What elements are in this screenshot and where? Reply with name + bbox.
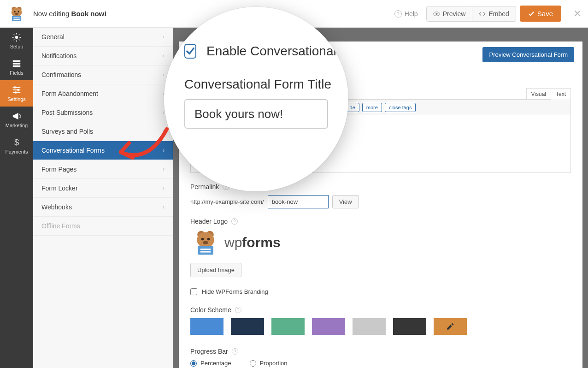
- upload-image-button[interactable]: Upload Image: [190, 263, 241, 277]
- hide-branding-checkbox[interactable]: [190, 288, 197, 295]
- megaphone-icon: [12, 111, 22, 121]
- hide-branding-label: Hide WPForms Branding: [202, 288, 268, 295]
- help-icon: ?: [394, 10, 402, 18]
- svg-point-5: [15, 12, 18, 15]
- color-swatches: [190, 318, 571, 335]
- svg-rect-12: [13, 60, 21, 62]
- check-icon: [185, 46, 195, 56]
- settings-form-abandonment[interactable]: Form Abandonment›: [33, 84, 173, 103]
- svg-rect-26: [200, 249, 211, 250]
- sliders-icon: [12, 85, 22, 95]
- settings-conversational-forms[interactable]: Conversational Forms›: [33, 141, 173, 160]
- chevron-right-icon: ›: [163, 34, 165, 40]
- svg-text:$: $: [14, 137, 19, 147]
- settings-webhooks[interactable]: Webhooks›: [33, 198, 173, 217]
- tab-text[interactable]: Text: [551, 88, 571, 100]
- help-icon[interactable]: ?: [235, 307, 241, 313]
- rail-setup[interactable]: Setup: [0, 28, 33, 54]
- rail-fields[interactable]: Fields: [0, 54, 33, 80]
- eyedropper-icon: [446, 322, 454, 331]
- swatch-grey[interactable]: [353, 318, 386, 335]
- svg-point-3: [14, 11, 15, 12]
- color-scheme-label: Color Scheme: [190, 306, 231, 314]
- embed-button[interactable]: Embed: [472, 6, 515, 21]
- swatch-navy[interactable]: [231, 318, 264, 335]
- conversational-title-label: Conversational Form Title: [184, 77, 328, 92]
- help-link[interactable]: ? Help: [394, 10, 418, 18]
- svg-rect-25: [198, 246, 213, 255]
- settings-form-locker[interactable]: Form Locker›: [33, 179, 173, 198]
- svg-point-22: [201, 238, 204, 241]
- brand-text: wpforms: [224, 235, 281, 250]
- conversational-title-input[interactable]: Book yours now!: [184, 99, 328, 129]
- preview-embed-group: Preview Embed: [426, 6, 516, 22]
- progress-proportion[interactable]: Proportion: [250, 360, 288, 367]
- check-icon: [528, 11, 535, 17]
- swatch-custom[interactable]: [434, 318, 467, 335]
- chevron-right-icon: ›: [163, 166, 165, 172]
- tab-visual[interactable]: Visual: [526, 88, 551, 100]
- view-button[interactable]: View: [332, 195, 359, 208]
- svg-point-4: [18, 11, 19, 12]
- magnifier-overlay: Enable Conversational Conversational For…: [164, 7, 348, 191]
- embed-icon: [479, 11, 486, 17]
- svg-point-2: [12, 7, 22, 17]
- header-logo-label: Header Logo: [190, 218, 228, 225]
- settings-post-submissions[interactable]: Post Submissions›: [33, 103, 173, 122]
- permalink-input[interactable]: [268, 195, 329, 208]
- chevron-right-icon: ›: [163, 185, 165, 191]
- bear-icon: [190, 229, 221, 256]
- settings-confirmations[interactable]: Confirmations›: [33, 65, 173, 84]
- chevron-right-icon: ›: [163, 53, 165, 59]
- chevron-right-icon: ›: [163, 204, 165, 210]
- preview-conversational-button[interactable]: Preview Conversational Form: [482, 47, 574, 62]
- help-icon[interactable]: ?: [232, 348, 238, 355]
- settings-form-pages[interactable]: Form Pages›: [33, 160, 173, 179]
- settings-panel: General› Notifications› Confirmations› F…: [33, 28, 173, 368]
- enable-conversational-checkbox[interactable]: [184, 44, 196, 59]
- settings-general[interactable]: General›: [33, 28, 173, 47]
- svg-rect-27: [200, 251, 211, 253]
- save-button[interactable]: Save: [520, 6, 561, 22]
- settings-surveys-polls[interactable]: Surveys and Polls›: [33, 122, 173, 141]
- chevron-right-icon: ›: [163, 109, 165, 116]
- gear-icon: [12, 32, 22, 42]
- svg-rect-6: [12, 16, 21, 21]
- svg-point-11: [15, 36, 18, 39]
- editor-btn-closetags[interactable]: close tags: [385, 103, 416, 112]
- now-editing-title: Now editing Book now!: [33, 10, 394, 18]
- chevron-right-icon: ›: [163, 71, 165, 78]
- swatch-green[interactable]: [271, 318, 305, 335]
- close-button[interactable]: ✕: [573, 8, 582, 20]
- progress-percentage[interactable]: Percentage: [190, 360, 231, 367]
- preview-button[interactable]: Preview: [427, 6, 472, 21]
- progress-bar-label: Progress Bar: [190, 348, 228, 355]
- permalink-prefix: http://my-example-site.com/: [190, 198, 264, 205]
- swatch-dark[interactable]: [393, 318, 426, 335]
- eye-icon: [433, 11, 440, 17]
- swatch-blue[interactable]: [190, 318, 223, 335]
- svg-point-21: [197, 232, 214, 248]
- help-icon[interactable]: ?: [231, 218, 238, 225]
- chevron-right-icon: ›: [163, 128, 165, 135]
- svg-point-24: [203, 241, 208, 244]
- settings-notifications[interactable]: Notifications›: [33, 47, 173, 65]
- svg-rect-14: [13, 65, 21, 67]
- svg-rect-13: [13, 63, 21, 65]
- svg-point-23: [207, 238, 210, 241]
- svg-point-16: [17, 89, 19, 91]
- settings-offline-forms[interactable]: Offline Forms: [33, 217, 173, 236]
- dollar-icon: $: [12, 137, 22, 148]
- rail-marketing[interactable]: Marketing: [0, 107, 33, 133]
- rail-payments[interactable]: $ Payments: [0, 133, 33, 159]
- fields-icon: [12, 59, 22, 69]
- editor-btn-more[interactable]: more: [362, 103, 382, 112]
- chevron-right-icon: ›: [163, 147, 165, 154]
- left-rail: Setup Fields Settings Marketing $ Paymen…: [0, 28, 33, 368]
- bear-icon: [8, 6, 25, 22]
- svg-point-15: [14, 86, 16, 89]
- svg-point-10: [435, 12, 437, 14]
- swatch-purple[interactable]: [312, 318, 345, 335]
- svg-point-17: [15, 91, 17, 94]
- rail-settings[interactable]: Settings: [0, 80, 33, 107]
